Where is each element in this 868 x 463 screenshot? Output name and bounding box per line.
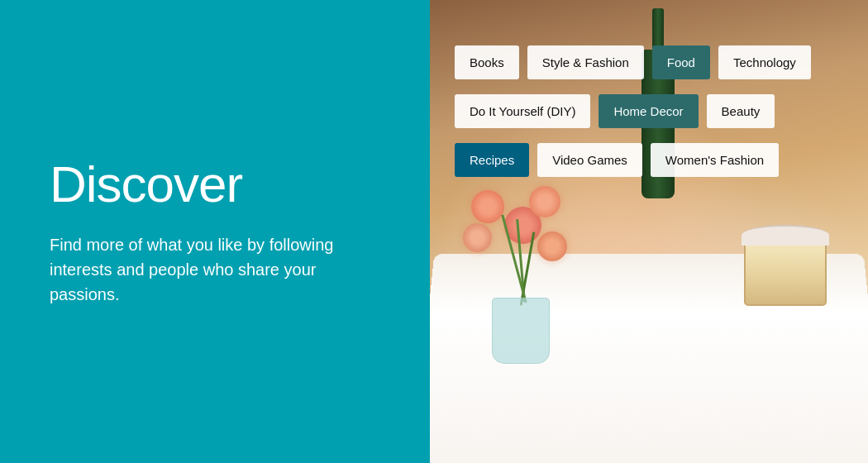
tags-row-2: Do It Yourself (DIY) Home Decor Beauty	[455, 94, 775, 128]
tag-recipes[interactable]: Recipes	[455, 143, 529, 177]
tag-home-decor[interactable]: Home Decor	[599, 94, 698, 128]
tag-food[interactable]: Food	[652, 45, 710, 79]
tag-books[interactable]: Books	[455, 45, 519, 79]
right-panel: Books Style & Fashion Food Technology Do…	[430, 0, 868, 463]
tag-video-games[interactable]: Video Games	[537, 143, 642, 177]
page-container: Discover Find more of what you like by f…	[0, 0, 868, 463]
discover-description: Find more of what you like by following …	[50, 232, 347, 307]
tags-row-3: Recipes Video Games Women's Fashion	[455, 143, 779, 177]
tags-row-1: Books Style & Fashion Food Technology	[455, 45, 811, 79]
tag-womens-fashion[interactable]: Women's Fashion	[651, 143, 779, 177]
tag-technology[interactable]: Technology	[718, 45, 811, 79]
discover-title: Discover	[50, 156, 380, 212]
left-panel: Discover Find more of what you like by f…	[0, 0, 430, 463]
tag-beauty[interactable]: Beauty	[707, 94, 775, 128]
tag-diy[interactable]: Do It Yourself (DIY)	[455, 94, 590, 128]
tag-style-fashion[interactable]: Style & Fashion	[527, 45, 644, 79]
tags-overlay: Books Style & Fashion Food Technology Do…	[430, 0, 868, 463]
